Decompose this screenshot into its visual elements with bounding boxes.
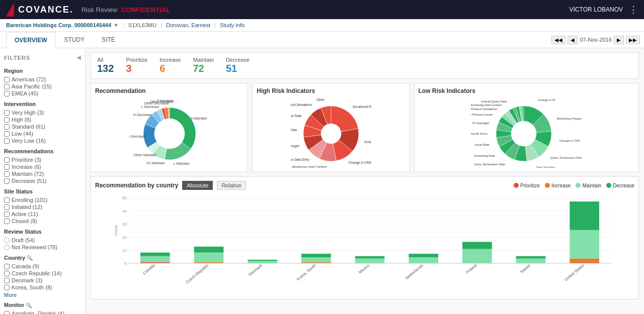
nav-next-btn[interactable]: ▶ [614,36,624,44]
bar-country-label: Netherlands [405,263,424,281]
sidebar-item[interactable]: Agrafiotis, Dimitris (4) [4,310,81,314]
dropdown-icon[interactable]: ▼ [113,22,119,28]
charts-row: Recommendation S MaintainL MaintainVL Ma… [91,83,639,172]
sidebar-item[interactable]: Not Reviewed (78) [4,244,81,251]
summary-item-decrease: Decrease51 [226,57,250,74]
sidebar-checkbox[interactable] [4,212,10,217]
donut-label: Other [316,98,325,101]
bar-chart-section: Recommendation by country Absolute Relat… [91,176,639,299]
bar-segment [301,254,331,257]
sidebar-checkbox[interactable] [4,117,10,123]
sidebar-item[interactable]: Enrolling (101) [4,196,81,203]
sidebar-item[interactable]: Very Low (16) [4,137,81,144]
sidebar-checkbox[interactable] [4,197,10,203]
legend-item: Decrease [606,183,634,188]
logo-text: COVANCE. [18,5,73,15]
sidebar-checkbox[interactable] [4,110,10,116]
sidebar-item-label: Canada (9) [12,263,39,269]
sidebar-item[interactable]: Closed (8) [4,218,81,225]
sidebar-checkbox[interactable] [4,77,10,82]
nav-prev-btn[interactable]: ◀ [568,36,578,44]
donut-label: PI Oversight [291,144,299,148]
sidebar-item[interactable]: Increase (6) [4,163,81,170]
tab-overview[interactable]: OVERVIEW [6,32,55,48]
donut-label: Issue Rate [291,114,302,118]
bar-chart-wrapper: 01122334455CountCanadaCzech RepublicDenm… [95,193,634,295]
nav-last-btn[interactable]: ▶▶ [626,36,640,44]
summary-label: Decrease [226,57,250,63]
sidebar-collapse-btn[interactable]: ◀ [76,54,81,61]
sidebar-checkbox[interactable] [4,171,10,177]
sidebar-item[interactable]: Czech Republic (14) [4,270,81,277]
sidebar-item[interactable]: High (8) [4,116,81,123]
sidebar-section-recommendations: Recommendations [4,148,81,154]
logo-area: COVANCE. [6,3,73,17]
donut-label: Early Termination Rate [291,128,297,132]
sidebar-checkbox[interactable] [4,131,10,137]
absolute-toggle-btn[interactable]: Absolute [182,181,213,190]
sidebar-item[interactable]: Very High (3) [4,109,81,116]
sidebar-item[interactable]: Asia Pacific (15) [4,83,81,90]
search-icon[interactable]: 🔍 [25,255,33,261]
sidebar-item-label: Korea, South (8) [12,284,52,290]
sidebar-checkbox[interactable] [4,157,10,163]
relative-toggle-btn[interactable]: Relative [217,181,246,190]
donut-label: Change in CRA [349,161,371,165]
sidebar-section-monitor: Monitor 🔍 [4,302,81,308]
sidebar-checkbox[interactable] [4,264,10,269]
sidebar-section-region: Region [4,68,81,74]
sidebar-item[interactable]: Active (11) [4,211,81,218]
header-menu-icon[interactable]: ⋮ [629,4,638,15]
bar-segment [516,256,546,259]
bar-country-label: Korea, South [296,263,317,282]
donut-label: Late Data Entry [291,158,309,162]
tab-study[interactable]: STUDY [55,32,93,48]
tab-site[interactable]: SITE [93,32,124,48]
sidebar-checkbox[interactable] [4,219,10,224]
sidebar-checkbox[interactable] [4,164,10,170]
sidebar-item[interactable]: Standard (61) [4,123,81,130]
sidebar-item[interactable]: Initiated (12) [4,203,81,211]
study-code: S1XL63MU [128,22,156,28]
sidebar-item[interactable]: Draft (54) [4,237,81,244]
sidebar-item[interactable]: Canada (9) [4,263,81,270]
sidebar-checkbox[interactable] [4,285,10,290]
sidebar-checkbox[interactable] [4,84,10,89]
nav-first-btn[interactable]: ◀◀ [551,36,566,44]
sidebar-item-label: Maintain (72) [12,171,44,177]
recommendation-chart: Recommendation S MaintainL MaintainVL Ma… [91,83,248,172]
sidebar-item-label: Enrolling (101) [12,197,48,203]
study-info-link[interactable]: Study Info [220,22,245,28]
sub-header: Barerican Holdings Corp. 000000145444 ▼ … [0,19,644,32]
sidebar-item[interactable]: Korea, South (8) [4,284,81,291]
sidebar-checkbox[interactable] [4,204,10,210]
summary-value: 51 [226,63,250,74]
legend-label: Decrease [613,183,634,188]
sidebar-checkbox[interactable] [4,311,10,315]
pi-link[interactable]: Donovan, Earnest [166,22,210,28]
donut-label: Informed Consent Process Issues [471,113,493,116]
sidebar-item[interactable]: Decrease (51) [4,177,81,184]
sidebar-item[interactable]: Maintain (72) [4,170,81,177]
sidebar-checkbox[interactable] [4,271,10,276]
sidebar-checkbox[interactable] [4,178,10,184]
bar-segment [516,259,546,263]
sidebar-item-label: Active (11) [12,211,38,217]
sidebar-item-label: Very Low (16) [12,138,46,144]
sidebar-item[interactable]: Americas (72) [4,76,81,83]
sidebar-checkbox[interactable] [4,91,10,96]
study-name[interactable]: Barerican Holdings Corp. 000000145444 [6,22,111,28]
bar-country-label: Czech Republic [185,263,210,285]
sidebar-item-label: EMEA (45) [12,90,38,96]
sidebar-item-label: High (8) [12,117,31,123]
sidebar-checkbox[interactable] [4,138,10,144]
sidebar-checkbox[interactable] [4,278,10,283]
sidebar-checkbox[interactable] [4,124,10,130]
sidebar-item[interactable]: Prioritize (3) [4,156,81,163]
search-icon[interactable]: 🔍 [24,302,32,308]
sidebar-item[interactable]: Low (44) [4,130,81,137]
sidebar-item[interactable]: EMEA (45) [4,90,81,97]
bar-legend: PrioritizeIncreaseMaintainDecrease [514,183,634,188]
sidebar-item[interactable]: Denmark (3) [4,277,81,284]
sidebar-more-link[interactable]: More [4,292,81,298]
